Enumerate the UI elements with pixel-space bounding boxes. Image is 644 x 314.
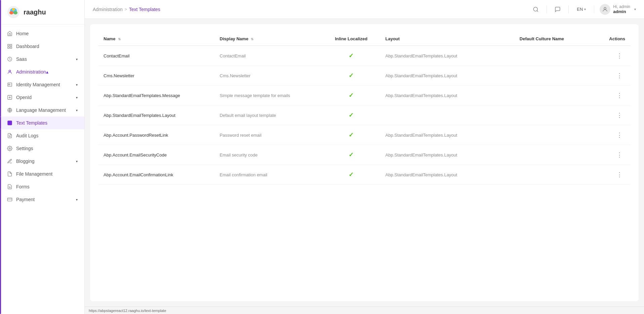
cell-name-6: Abp.Account.EmailConfirmationLink [98, 165, 214, 185]
notifications-button[interactable] [552, 4, 563, 15]
col-header-name[interactable]: Name ⇅ [98, 32, 214, 46]
cell-actions-5: ⋮ [595, 145, 631, 165]
sidebar-item-openid[interactable]: OpenId ▾ [0, 91, 84, 104]
sidebar-item-settings-label: Settings [16, 146, 78, 151]
sidebar-item-openid-label: OpenId [16, 95, 76, 100]
saas-chevron-icon: ▾ [76, 57, 78, 61]
openid-chevron-icon: ▾ [76, 96, 78, 99]
svg-rect-20 [7, 198, 12, 201]
cell-name-4: Abp.Account.PasswordResetLink [98, 125, 214, 145]
cell-display-0: ContactEmail [214, 46, 323, 66]
actions-menu-button-6[interactable]: ⋮ [614, 170, 625, 180]
cell-inline-1: ✓ [322, 66, 380, 86]
sidebar-item-settings[interactable]: Settings [0, 142, 84, 155]
cell-inline-2: ✓ [322, 86, 380, 105]
sidebar-item-text-templates[interactable]: Text Templates [0, 117, 84, 129]
identity-chevron-icon: ▾ [76, 83, 78, 87]
cell-layout-2: Abp.StandardEmailTemplates.Layout [380, 86, 514, 105]
svg-point-24 [604, 7, 606, 9]
language-icon [7, 107, 13, 113]
cell-name-5: Abp.Account.EmailSecurityCode [98, 145, 214, 165]
checkmark-icon: ✓ [349, 132, 354, 138]
sidebar-item-saas[interactable]: Saas ▾ [0, 53, 84, 65]
lang-chevron-icon: ▾ [584, 7, 586, 11]
svg-point-3 [13, 11, 17, 14]
content-area: Name ⇅ Display Name ⇅ Inline Localized L… [90, 24, 639, 301]
sidebar-item-file-management-label: File Management [16, 171, 78, 177]
cell-inline-3: ✓ [322, 105, 380, 125]
cell-layout-3 [380, 105, 514, 125]
file-icon [7, 171, 13, 177]
cell-actions-1: ⋮ [595, 66, 631, 86]
cell-display-3: Default email layout template [214, 105, 323, 125]
svg-rect-8 [10, 47, 12, 48]
statusbar: https://abpstagereact12.raaghu.io/text-t… [85, 307, 644, 314]
sidebar-item-dashboard[interactable]: Dashboard [0, 40, 84, 53]
sidebar-item-identity-management[interactable]: Identity Management ▾ [0, 78, 84, 91]
col-header-layout: Layout [380, 32, 514, 46]
cell-inline-4: ✓ [322, 125, 380, 145]
cell-actions-2: ⋮ [595, 86, 631, 105]
breadcrumb-parent[interactable]: Administration [93, 7, 123, 12]
topbar: Administration > Text Templates EN ▾ [85, 0, 644, 19]
actions-menu-button-3[interactable]: ⋮ [614, 110, 625, 120]
cell-display-2: Simple message template for emails [214, 86, 323, 105]
svg-rect-5 [8, 44, 9, 46]
col-header-display-name[interactable]: Display Name ⇅ [214, 32, 323, 46]
sidebar-item-language-management[interactable]: Language Management ▾ [0, 104, 84, 117]
sidebar-item-text-templates-label: Text Templates [16, 120, 78, 126]
forms-icon [7, 184, 13, 190]
user-info[interactable]: Hi, admin admin ▾ [600, 4, 636, 15]
sidebar: raaghu Home Dashboard Saas ▾ [0, 0, 85, 314]
administration-chevron-icon: ▴ [46, 69, 48, 75]
lang-code: EN [577, 7, 583, 12]
cell-layout-6: Abp.StandardEmailTemplates.Layout [380, 165, 514, 185]
table-header: Name ⇅ Display Name ⇅ Inline Localized L… [98, 32, 631, 46]
col-header-culture: Default Culture Name [514, 32, 595, 46]
actions-menu-button-4[interactable]: ⋮ [614, 130, 625, 140]
user-greeting: Hi, admin [613, 4, 630, 9]
payment-icon [7, 196, 13, 203]
cell-name-0: ContactEmail [98, 46, 214, 66]
sidebar-item-administration[interactable]: Administration ▴ [0, 65, 84, 78]
payment-chevron-icon: ▾ [76, 198, 78, 201]
table-row: Cms.Newsletter Cms.Newsletter ✓ Abp.Stan… [98, 66, 631, 86]
actions-menu-button-0[interactable]: ⋮ [614, 51, 625, 61]
breadcrumb-separator: > [125, 7, 127, 12]
cell-display-6: Email confirmation email [214, 165, 323, 185]
actions-menu-button-5[interactable]: ⋮ [614, 150, 625, 160]
svg-point-2 [9, 11, 13, 14]
sidebar-item-home[interactable]: Home [0, 27, 84, 40]
table-row: Abp.Account.PasswordResetLink Password r… [98, 125, 631, 145]
user-avatar [600, 4, 610, 15]
cell-inline-6: ✓ [322, 165, 380, 185]
svg-point-4 [12, 8, 15, 11]
text-templates-icon [7, 120, 13, 126]
cell-layout-4: Abp.StandardEmailTemplates.Layout [380, 125, 514, 145]
actions-menu-button-1[interactable]: ⋮ [614, 71, 625, 81]
logo-area: raaghu [0, 0, 84, 25]
cell-name-3: Abp.StandardEmailTemplates.Layout [98, 105, 214, 125]
svg-point-9 [9, 70, 10, 72]
sidebar-item-dashboard-label: Dashboard [16, 44, 78, 49]
cell-actions-4: ⋮ [595, 125, 631, 145]
search-topbar-button[interactable] [530, 4, 541, 15]
sidebar-item-blogging[interactable]: Blogging ▾ [0, 155, 84, 168]
language-selector[interactable]: EN ▾ [574, 5, 589, 13]
topbar-divider-3 [594, 5, 594, 13]
sidebar-item-file-management[interactable]: File Management [0, 168, 84, 180]
sidebar-item-audit-logs[interactable]: Audit Logs [0, 129, 84, 142]
table-row: Abp.StandardEmailTemplates.Layout Defaul… [98, 105, 631, 125]
display-name-sort-icon: ⇅ [251, 37, 253, 41]
cell-display-1: Cms.Newsletter [214, 66, 323, 86]
checkmark-icon: ✓ [349, 52, 354, 59]
sidebar-item-saas-label: Saas [16, 56, 76, 62]
sidebar-item-payment[interactable]: Payment ▾ [0, 193, 84, 206]
table-row: ContactEmail ContactEmail ✓ Abp.Standard… [98, 46, 631, 66]
svg-point-11 [9, 84, 10, 85]
actions-menu-button-2[interactable]: ⋮ [614, 90, 625, 100]
breadcrumb: Administration > Text Templates [93, 7, 530, 12]
cell-name-2: Abp.StandardEmailTemplates.Message [98, 86, 214, 105]
sidebar-item-forms[interactable]: Forms [0, 180, 84, 193]
dashboard-icon [7, 43, 13, 49]
